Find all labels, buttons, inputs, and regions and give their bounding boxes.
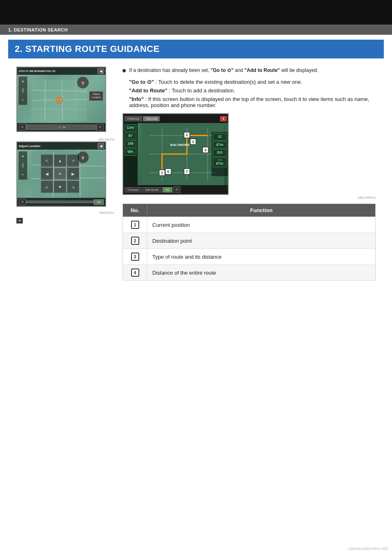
function-table: No. Function 1Current position2Destinati…	[122, 204, 376, 281]
route-screenshot-wrapper: Preferred Turn List 5 12m 87	[122, 113, 376, 199]
svg-text:4: 4	[205, 148, 207, 152]
nav-back-btn-1[interactable]: ◀	[98, 68, 104, 74]
nav-icon-left-2[interactable]: ⊙	[19, 199, 26, 205]
table-cell-function: Destination point	[147, 233, 376, 249]
bullet-note-text-1: If a destination has already been set,	[129, 67, 209, 73]
num-badge: 2	[131, 237, 139, 245]
nav-bottom-bar-1: ⊙ ...a 0a ⊙	[17, 123, 105, 131]
screenshot-label-2: UB11921c	[16, 211, 114, 215]
route-stat-val-1: 87	[126, 134, 135, 139]
nav-zoom-minus[interactable]: −	[22, 98, 24, 102]
table-row: 3Type of route and its distance	[123, 249, 376, 265]
nav-bottom-bar-2: ⊙ OK	[17, 198, 105, 206]
num-badge: 1	[131, 221, 139, 229]
compass-south-1	[81, 82, 85, 86]
add-to-route-desc-text: : Touch to add a destination.	[169, 87, 235, 94]
small-icon-note: ✉	[16, 218, 114, 224]
content-area: 14TH ST NW WASHINGTON, DC ◀ + 200ft −	[8, 58, 384, 289]
nav-zoom-minus-2[interactable]: −	[22, 172, 24, 177]
left-column: 14TH ST NW WASHINGTON, DC ◀ + 200ft −	[16, 67, 114, 281]
table-cell-no: 3	[123, 249, 147, 265]
svg-text:3: 3	[192, 140, 194, 144]
nav-icon-left-1[interactable]: ⊙	[19, 124, 26, 130]
nav-screen-inner-2: Adjust Location ◀ + 200ft −	[17, 142, 105, 206]
arrow-dl[interactable]: ↙	[41, 181, 53, 193]
arrow-ul[interactable]: ↖	[41, 154, 53, 167]
route-stat-rval-3: 87m	[214, 161, 225, 166]
nav-compass-1	[77, 76, 89, 89]
num-badge: 3	[131, 253, 139, 261]
nav-icon-right-1[interactable]: ⊙	[96, 124, 104, 130]
route-stat-r2: DO	[213, 149, 227, 157]
table-cell-function: Type of route and its distance	[147, 249, 376, 265]
info-desc-text: : If this screen button is displayed on …	[129, 96, 369, 108]
route-btn-editroute[interactable]: Edit Route	[143, 187, 162, 192]
go-to-desc-label: "Go to ⊙"	[129, 79, 154, 85]
route-map-area: BALTIMORE 1 2	[138, 123, 228, 185]
compass-inner-2	[80, 154, 86, 161]
heading-wrapper: 2. STARTING ROUTE GUIDANCE	[8, 40, 384, 58]
route-tab-preferred[interactable]: Preferred	[125, 116, 142, 121]
route-btn-icon[interactable]: ⊙	[173, 186, 180, 193]
nav-adjust-btn-1[interactable]: AdjustLocation	[89, 91, 103, 101]
route-stat-2: 156	[125, 140, 136, 148]
svg-line-4	[45, 80, 45, 121]
num-badge: 4	[131, 269, 139, 277]
go-to-desc-text: : Touch to delete the existing destinati…	[156, 79, 303, 85]
arrow-dr[interactable]: ↘	[67, 181, 79, 193]
adjust-arrows: ↖ ▲ ↗ ◀ ✦ ▶ ↙ ▼ ↘	[41, 154, 82, 191]
route-left-sidebar: 12m 87 156 WA	[123, 123, 138, 185]
route-bottom-bar: 3 Routes Edit Route OK ⊙	[123, 185, 228, 194]
nav-zoom-level-1: 200ft	[22, 88, 24, 93]
nav-zoom-level-2: 200ft	[22, 163, 24, 168]
nav-btn-center-1[interactable]: ...a 0a	[26, 125, 96, 130]
svg-text:7: 7	[186, 170, 188, 174]
nav-btn-center-2	[26, 201, 94, 203]
svg-text:1: 1	[161, 171, 163, 175]
table-header-no: No.	[123, 204, 147, 217]
route-stat-rval-0: J1	[214, 134, 225, 139]
route-stat-3: WA	[125, 148, 136, 156]
route-stat-r1: 47m	[213, 141, 227, 149]
arrow-down[interactable]: ▼	[54, 181, 66, 193]
and-text: and	[235, 67, 243, 73]
back-icon-2: ◀	[100, 144, 102, 148]
route-screen-inner: Preferred Turn List 5 12m 87	[123, 114, 228, 194]
table-cell-no: 1	[123, 217, 147, 233]
route-stat-r0: J1	[213, 133, 227, 141]
route-btn-ok[interactable]: OK	[163, 187, 172, 192]
top-black-bar	[0, 0, 392, 25]
route-tab-number[interactable]: 5	[220, 116, 227, 121]
nav-title-2: Adjust Location	[19, 145, 40, 148]
svg-text:BALTIMORE: BALTIMORE	[170, 143, 190, 147]
arrow-up[interactable]: ▲	[54, 154, 66, 167]
route-stat-1: 87	[125, 132, 136, 140]
route-screen: Preferred Turn List 5 12m 87	[122, 113, 229, 195]
nav-zoom-plus-2[interactable]: +	[22, 154, 24, 159]
bullet-dot	[122, 69, 126, 72]
nav-screenshot-1: 14TH ST NW WASHINGTON, DC ◀ + 200ft −	[16, 67, 106, 132]
table-cell-no: 4	[123, 265, 147, 281]
main-heading-bar: 2. STARTING ROUTE GUIDANCE	[8, 40, 384, 58]
right-column: If a destination has already been set, "…	[122, 67, 376, 281]
add-to-route-label: "Add to Route"	[129, 87, 167, 94]
table-row: 2Destination point	[123, 233, 376, 249]
route-right-stat: J1 47m DO Total	[212, 132, 228, 176]
route-stat-val-3: WA	[126, 150, 135, 154]
compass-inner-1	[80, 79, 86, 86]
add-to-route-desc-block: "Add to Route" : Touch to add a destinat…	[122, 87, 376, 94]
watermark: carmanualsonline.info	[348, 546, 388, 551]
back-icon-1: ◀	[100, 69, 102, 73]
arrow-right[interactable]: ▶	[67, 168, 79, 180]
arrow-left[interactable]: ◀	[41, 168, 53, 180]
section-header: 1. DESTINATION SEARCH	[0, 25, 392, 35]
nav-top-bar-1: 14TH ST NW WASHINGTON, DC ◀	[17, 67, 105, 75]
route-tab-turnlist[interactable]: Turn List	[143, 116, 160, 121]
route-btn-3routes[interactable]: 3 Routes	[125, 187, 142, 192]
nav-zoom-plus[interactable]: +	[22, 79, 24, 84]
table-header-function: Function	[147, 204, 376, 217]
add-to-route-bold-text: "Add to Route"	[245, 67, 280, 73]
nav-ok-btn-2[interactable]: OK	[94, 199, 104, 205]
nav-back-btn-2[interactable]: ◀	[98, 143, 104, 149]
nav-zoom-2: + 200ft −	[18, 151, 27, 180]
